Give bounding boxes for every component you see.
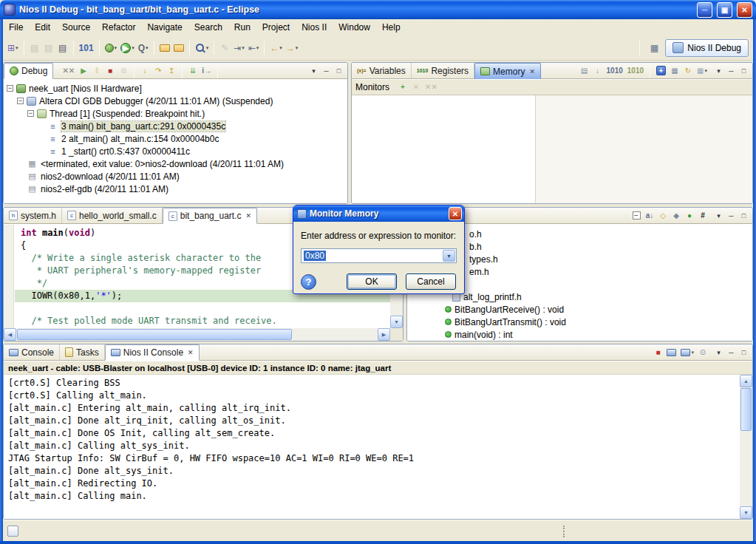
maximize-view-icon[interactable]: □	[739, 67, 749, 75]
minimize-view-icon[interactable]: ─	[321, 67, 331, 75]
menu-run[interactable]: Run	[228, 19, 256, 35]
debug-tree-item[interactable]: ≡1 _start() crt0.S:437 0x0000411c	[4, 145, 347, 157]
minimize-view-icon[interactable]: ─	[726, 349, 736, 356]
hide-fields-icon[interactable]: ◇	[657, 209, 669, 222]
minimize-view-icon[interactable]: ─	[726, 67, 736, 75]
tab-registers[interactable]: 1010 Registers	[412, 63, 474, 78]
scroll-right-icon[interactable]: ▶	[378, 328, 390, 341]
collapse-all-icon[interactable]: −	[630, 209, 642, 222]
tab-nios-ii-console[interactable]: Nios II Console ✕	[105, 344, 200, 361]
drop-to-frame-icon[interactable]: ⇊	[187, 64, 199, 78]
export-memory-icon[interactable]: ↓	[592, 64, 604, 78]
window-minimize-icon[interactable]: ─	[697, 2, 712, 18]
traditional-rendering-icon[interactable]: 1010	[626, 64, 645, 78]
new-wizard-icon[interactable]: ⊞▾	[6, 40, 20, 56]
menu-window[interactable]: Window	[333, 19, 376, 35]
maximize-view-icon[interactable]: □	[739, 212, 749, 220]
close-tab-icon[interactable]: ✕	[529, 68, 535, 75]
scroll-thumb[interactable]	[17, 329, 292, 340]
step-into-icon[interactable]: ↓	[139, 64, 151, 78]
perspective-nios-ii-debug[interactable]: Nios II Debug	[665, 39, 749, 57]
search-icon[interactable]: ▾	[194, 40, 211, 56]
new-memory-rendering-icon[interactable]: ▤	[579, 64, 590, 78]
outline-item[interactable]: main(void) : int	[407, 328, 752, 341]
fast-view-icon[interactable]	[7, 526, 18, 537]
debug-tree-item[interactable]: −Altera CDI GDB Debugger (4/20/11 11:01 …	[4, 95, 347, 107]
cancel-button[interactable]: Cancel	[406, 273, 456, 290]
hex-rendering-icon[interactable]: 1010	[605, 64, 624, 78]
debug-tree-item[interactable]: ≡3 main() bit_bang_uart.c:291 0x0000435c	[4, 120, 347, 132]
window-restore-icon[interactable]: ▣	[717, 2, 732, 18]
tree-expander-icon[interactable]: −	[7, 85, 13, 92]
hide-static-members-icon[interactable]: ◆	[670, 209, 682, 222]
hide-macros-icon[interactable]: #	[697, 209, 709, 222]
menu-nios-ii[interactable]: Nios II	[296, 19, 333, 35]
menu-help[interactable]: Help	[376, 19, 406, 35]
step-over-icon[interactable]: ↷	[152, 64, 164, 78]
scroll-down-icon[interactable]: ▼	[390, 316, 403, 328]
build-icon[interactable]: 101	[78, 40, 95, 56]
view-menu-icon[interactable]: ▾	[309, 67, 319, 75]
back-icon[interactable]: ←▾	[268, 40, 284, 56]
menu-refactor[interactable]: Refactor	[96, 19, 141, 35]
view-menu-icon[interactable]: ▾	[714, 212, 723, 220]
debug-tree-item[interactable]: ▤nios2-download (4/20/11 11:01 AM)	[4, 170, 347, 183]
scroll-down-icon[interactable]: ▼	[740, 506, 752, 519]
dialog-titlebar[interactable]: Monitor Memory ✕	[293, 205, 464, 222]
terminate-console-icon[interactable]: ■	[652, 346, 664, 359]
debug-tree-item[interactable]: −Thread [1] (Suspended: Breakpoint hit.)	[4, 107, 347, 120]
print-icon[interactable]: ▤	[56, 40, 69, 56]
tab-hello-world-small-c[interactable]: c hello_world_small.c	[62, 208, 163, 223]
menu-search[interactable]: Search	[188, 19, 228, 35]
console-vertical-scrollbar[interactable]: ▲ ▼	[740, 375, 752, 519]
outline-item[interactable]: BitBangUartReceive() : void	[407, 303, 752, 316]
tab-variables[interactable]: (x)= Variables	[352, 63, 412, 78]
run-icon[interactable]: ▶▾	[119, 40, 136, 56]
window-close-icon[interactable]: ✕	[737, 2, 752, 18]
tab-bit-bang-uart-c[interactable]: c bit_bang_uart.c ✕	[163, 208, 257, 224]
menu-navigate[interactable]: Navigate	[141, 19, 188, 35]
close-tab-icon[interactable]: ✕	[245, 212, 251, 220]
prev-annotation-icon[interactable]: ⇤▾	[247, 40, 261, 56]
tree-expander-icon[interactable]: −	[27, 110, 34, 117]
address-combo[interactable]: 0x80 ▼	[301, 248, 457, 263]
memory-monitors-list[interactable]	[352, 95, 536, 203]
tab-tasks[interactable]: Tasks	[60, 344, 105, 360]
scroll-up-icon[interactable]: ▲	[740, 375, 752, 387]
forward-icon[interactable]: →▾	[285, 40, 300, 56]
pin-console-icon[interactable]: ⊙	[697, 346, 709, 359]
debug-tree-item[interactable]: ≡2 alt_main() alt_main.c:154 0x00004b0c	[4, 132, 347, 145]
menu-edit[interactable]: Edit	[29, 19, 56, 35]
scroll-thumb[interactable]	[740, 388, 752, 431]
menu-project[interactable]: Project	[256, 19, 296, 35]
view-menu-icon[interactable]: ▾	[714, 349, 723, 356]
new-folder-icon[interactable]	[158, 40, 171, 56]
resume-icon[interactable]: ▶	[78, 64, 89, 78]
add-monitor-icon[interactable]: +	[397, 81, 409, 94]
terminate-icon[interactable]: ■	[104, 64, 116, 78]
tab-memory[interactable]: Memory ✕	[474, 63, 541, 79]
editor-marker-bar[interactable]	[4, 225, 14, 328]
view-menu-icon[interactable]: ▾	[714, 67, 723, 75]
debug-tree-item[interactable]: −neek_uart [Nios II Hardware]	[4, 82, 347, 95]
menu-source[interactable]: Source	[56, 19, 96, 35]
scroll-left-icon[interactable]: ◀	[4, 328, 16, 341]
menu-file[interactable]: File	[3, 19, 29, 35]
add-memory-monitor-icon[interactable]: +	[655, 64, 667, 78]
outline-item[interactable]: BitBangUartTransmit() : void	[407, 316, 752, 328]
help-button[interactable]: ?	[301, 274, 316, 290]
console-output[interactable]: [crt0.S] Clearing BSS[crt0.S] Calling al…	[4, 375, 740, 519]
sort-icon[interactable]: a↓	[644, 209, 655, 222]
tab-debug[interactable]: Debug	[4, 63, 53, 79]
remove-all-terminated-icon[interactable]: ✕✕	[61, 64, 76, 78]
instruction-stepping-icon[interactable]: i→	[200, 64, 213, 78]
toggle-memory-split-icon[interactable]: ▦	[669, 64, 681, 78]
debug-icon[interactable]: ▾	[103, 40, 119, 56]
memory-layout-icon[interactable]: ▦▾	[695, 64, 709, 78]
tab-system-h[interactable]: h system.h	[4, 208, 62, 223]
close-tab-icon[interactable]: ✕	[188, 349, 194, 356]
combo-dropdown-icon[interactable]: ▼	[443, 250, 455, 262]
step-return-icon[interactable]: ↥	[166, 64, 177, 78]
debug-tree-item[interactable]: ▤nios2-elf-gdb (4/20/11 11:01 AM)	[4, 183, 347, 195]
next-annotation-icon[interactable]: ⇥▾	[232, 40, 246, 56]
